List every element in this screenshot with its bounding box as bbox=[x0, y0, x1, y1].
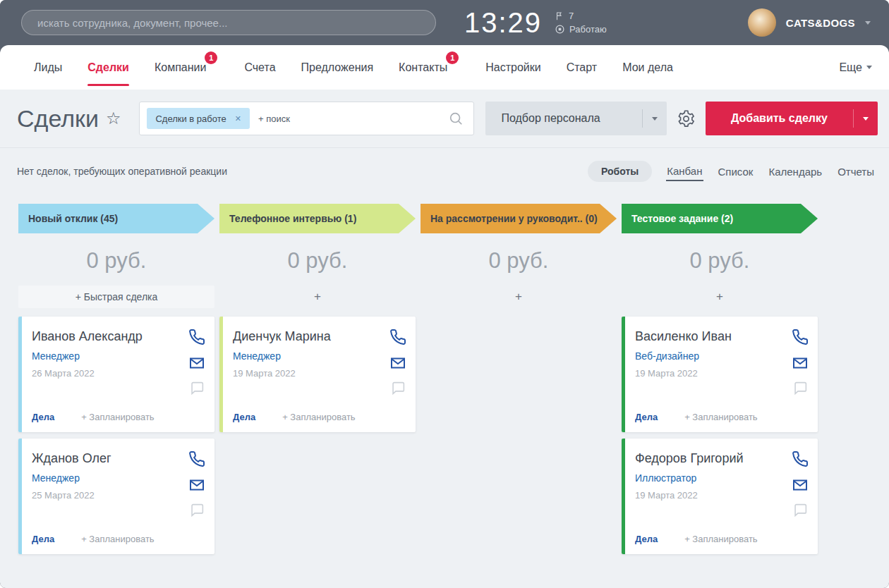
worktime-clock[interactable]: 13:29 bbox=[464, 8, 542, 37]
deal-title[interactable]: Иванов Александр bbox=[32, 329, 203, 344]
deal-activities-link[interactable]: Дела bbox=[32, 412, 54, 422]
favorite-star-icon[interactable]: ☆ bbox=[106, 110, 121, 127]
deal-card[interactable]: Диенчук Марина Менеджер 19 Марта 2022 Де… bbox=[219, 317, 416, 432]
phone-icon[interactable] bbox=[792, 451, 809, 467]
deal-title[interactable]: Диенчук Марина bbox=[233, 329, 404, 344]
card-icons bbox=[389, 329, 406, 396]
deal-card[interactable]: Иванов Александр Менеджер 26 Марта 2022 … bbox=[18, 317, 214, 432]
mail-icon[interactable] bbox=[188, 477, 205, 494]
stage-total: 0 руб. bbox=[622, 245, 818, 277]
stage-header[interactable]: Новый отклик (45) bbox=[18, 204, 214, 233]
deal-role-link[interactable]: Менеджер bbox=[233, 350, 281, 362]
deal-activities-link[interactable]: Дела bbox=[233, 412, 255, 422]
quick-deal-button[interactable]: + bbox=[622, 286, 818, 308]
deal-card[interactable]: Федоров Григорий Иллюстратор 19 Марта 20… bbox=[622, 439, 818, 554]
robots-button[interactable]: Роботы bbox=[588, 161, 652, 182]
nav-item-invoices[interactable]: Счета bbox=[244, 45, 275, 90]
deal-activities-link[interactable]: Дела bbox=[32, 534, 54, 544]
app-window: 13:29 7 Работаю CATS&DOGS Лиды Сделки bbox=[0, 0, 889, 588]
filter-tag-label: Сделки в работе bbox=[155, 114, 226, 124]
deal-activities-link[interactable]: Дела bbox=[635, 412, 658, 422]
filter-tag[interactable]: Сделки в работе ✕ bbox=[147, 108, 250, 129]
phone-icon[interactable] bbox=[389, 329, 406, 345]
deal-role-link[interactable]: Менеджер bbox=[32, 350, 80, 362]
worktime-status-block: 7 Работаю bbox=[555, 11, 607, 35]
settings-gear-icon[interactable] bbox=[677, 109, 696, 128]
deal-card[interactable]: Жданов Олег Менеджер 25 Марта 2022 Дела … bbox=[18, 439, 214, 554]
card-icons bbox=[792, 329, 809, 396]
divider bbox=[853, 109, 854, 128]
deal-role-link[interactable]: Менеджер bbox=[32, 472, 80, 484]
filter-search-box[interactable]: Сделки в работе ✕ bbox=[139, 102, 474, 135]
add-deal-label: Добавить сделку bbox=[706, 112, 853, 125]
phone-icon[interactable] bbox=[188, 329, 205, 345]
remove-filter-icon[interactable]: ✕ bbox=[235, 114, 241, 123]
deal-plan-link[interactable]: + Запланировать bbox=[81, 412, 154, 422]
card-icons bbox=[792, 451, 809, 517]
view-tab-list[interactable]: Список bbox=[718, 163, 754, 180]
view-tab-reports[interactable]: Отчеты bbox=[837, 163, 875, 180]
deal-plan-link[interactable]: + Запланировать bbox=[684, 534, 757, 544]
deal-role-link[interactable]: Веб-дизайнер bbox=[635, 350, 699, 362]
global-search-input[interactable] bbox=[22, 17, 435, 29]
stage-header[interactable]: На рассмотрении у руководит.. (0) bbox=[421, 204, 617, 233]
deal-title[interactable]: Жданов Олег bbox=[32, 451, 203, 466]
nav-item-quotes[interactable]: Предложения bbox=[301, 45, 374, 90]
view-tab-calendar[interactable]: Календарь bbox=[768, 163, 823, 180]
deal-role-link[interactable]: Иллюстратор bbox=[635, 472, 696, 484]
deal-date: 19 Марта 2022 bbox=[635, 490, 806, 501]
add-deal-button[interactable]: Добавить сделку bbox=[706, 102, 878, 135]
stage-total: 0 руб. bbox=[219, 245, 416, 277]
notification-badge: 1 bbox=[205, 51, 217, 64]
deal-plan-link[interactable]: + Запланировать bbox=[684, 412, 757, 422]
search-icon[interactable] bbox=[448, 111, 464, 126]
deal-title[interactable]: Василенко Иван bbox=[635, 329, 806, 344]
stage-total: 0 руб. bbox=[18, 245, 214, 277]
mail-icon[interactable] bbox=[389, 355, 406, 372]
page-title: Сделки bbox=[17, 105, 99, 133]
chat-icon[interactable] bbox=[793, 381, 808, 396]
stage-header[interactable]: Телефонное интервью (1) bbox=[219, 204, 416, 233]
quick-deal-button[interactable]: + Быстрая сделка bbox=[18, 286, 214, 308]
phone-icon[interactable] bbox=[792, 329, 809, 345]
mail-icon[interactable] bbox=[792, 355, 809, 372]
deal-date: 19 Марта 2022 bbox=[233, 368, 404, 379]
deal-plan-link[interactable]: + Запланировать bbox=[81, 534, 154, 544]
chevron-down-icon[interactable] bbox=[863, 117, 869, 121]
funnel-selector[interactable]: Подбор персонала bbox=[485, 102, 666, 135]
chat-icon[interactable] bbox=[190, 381, 205, 396]
chat-icon[interactable] bbox=[391, 381, 406, 396]
nav-item-leads[interactable]: Лиды bbox=[34, 45, 62, 90]
deal-plan-link[interactable]: + Запланировать bbox=[282, 412, 355, 422]
nav-item-companies[interactable]: Компании 1 bbox=[155, 45, 207, 90]
global-search[interactable] bbox=[21, 10, 436, 35]
work-status[interactable]: Работаю bbox=[555, 24, 607, 35]
deal-date: 25 Марта 2022 bbox=[32, 490, 203, 501]
nav-item-my-tasks[interactable]: Мои дела bbox=[622, 45, 673, 90]
stage-total: 0 руб. bbox=[421, 245, 617, 277]
nav-more-menu[interactable]: Еще bbox=[839, 45, 872, 90]
card-stage-strip bbox=[622, 317, 625, 432]
nav-item-settings[interactable]: Настройки bbox=[485, 45, 540, 90]
chat-icon[interactable] bbox=[190, 503, 205, 517]
quick-deal-button[interactable]: + bbox=[421, 286, 617, 308]
account-menu[interactable]: CATS&DOGS bbox=[748, 8, 871, 37]
toolbar: Сделки ☆ Сделки в работе ✕ Подбор персон… bbox=[0, 90, 889, 147]
filter-search-input[interactable] bbox=[250, 114, 448, 124]
mail-icon[interactable] bbox=[188, 355, 205, 372]
chat-icon[interactable] bbox=[793, 503, 808, 517]
stage-header[interactable]: Тестовое задание (2) bbox=[622, 204, 818, 233]
nav-item-start[interactable]: Старт bbox=[567, 45, 597, 90]
deal-activities-link[interactable]: Дела bbox=[635, 534, 658, 544]
phone-icon[interactable] bbox=[188, 451, 205, 467]
view-tab-kanban[interactable]: Канбан bbox=[666, 162, 703, 181]
mail-icon[interactable] bbox=[792, 477, 809, 494]
planner-counter[interactable]: 7 bbox=[555, 11, 607, 21]
avatar[interactable] bbox=[748, 8, 776, 37]
deal-card[interactable]: Василенко Иван Веб-дизайнер 19 Марта 202… bbox=[622, 317, 818, 432]
nav-item-contacts[interactable]: Контакты 1 bbox=[399, 45, 447, 90]
nav-item-deals[interactable]: Сделки bbox=[87, 45, 129, 90]
quick-deal-button[interactable]: + bbox=[219, 286, 416, 308]
deal-title[interactable]: Федоров Григорий bbox=[635, 451, 806, 466]
page-content: Сделки ☆ Сделки в работе ✕ Подбор персон… bbox=[0, 90, 889, 588]
